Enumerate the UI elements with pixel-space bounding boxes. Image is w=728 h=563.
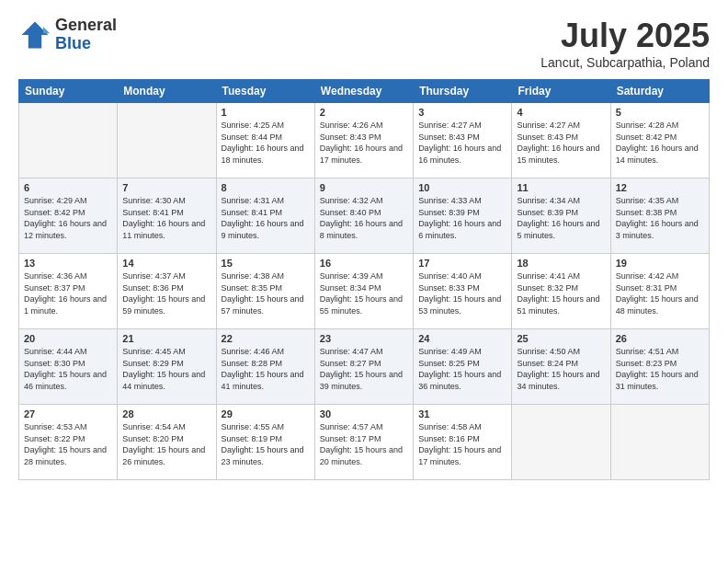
table-row: 6Sunrise: 4:29 AM Sunset: 8:42 PM Daylig… xyxy=(19,178,118,254)
table-row: 7Sunrise: 4:30 AM Sunset: 8:41 PM Daylig… xyxy=(118,178,216,254)
day-number: 5 xyxy=(616,107,704,118)
logo-general-text: General xyxy=(55,17,117,35)
table-row: 14Sunrise: 4:37 AM Sunset: 8:36 PM Dayli… xyxy=(118,254,216,329)
subtitle: Lancut, Subcarpathia, Poland xyxy=(540,55,710,70)
day-detail: Sunrise: 4:53 AM Sunset: 8:22 PM Dayligh… xyxy=(24,421,112,467)
day-number: 17 xyxy=(418,258,506,269)
page: General Blue July 2025 Lancut, Subcarpat… xyxy=(0,0,728,489)
day-number: 3 xyxy=(418,107,506,118)
table-row: 23Sunrise: 4:47 AM Sunset: 8:27 PM Dayli… xyxy=(314,329,413,405)
day-number: 24 xyxy=(418,333,506,344)
day-detail: Sunrise: 4:50 AM Sunset: 8:24 PM Dayligh… xyxy=(517,346,605,392)
day-detail: Sunrise: 4:30 AM Sunset: 8:41 PM Dayligh… xyxy=(122,195,210,241)
table-row: 2Sunrise: 4:26 AM Sunset: 8:43 PM Daylig… xyxy=(314,103,413,178)
day-detail: Sunrise: 4:28 AM Sunset: 8:42 PM Dayligh… xyxy=(616,120,704,166)
day-detail: Sunrise: 4:39 AM Sunset: 8:34 PM Dayligh… xyxy=(320,270,408,316)
day-detail: Sunrise: 4:31 AM Sunset: 8:41 PM Dayligh… xyxy=(222,195,310,241)
day-detail: Sunrise: 4:58 AM Sunset: 8:16 PM Dayligh… xyxy=(418,421,506,467)
table-row: 5Sunrise: 4:28 AM Sunset: 8:42 PM Daylig… xyxy=(610,103,709,178)
logo: General Blue xyxy=(18,17,117,53)
col-thursday: Thursday xyxy=(414,80,512,103)
logo-blue-text: Blue xyxy=(55,35,117,53)
logo-icon xyxy=(18,18,51,52)
day-detail: Sunrise: 4:57 AM Sunset: 8:17 PM Dayligh… xyxy=(320,421,408,467)
table-row: 27Sunrise: 4:53 AM Sunset: 8:22 PM Dayli… xyxy=(19,405,118,480)
table-row: 12Sunrise: 4:35 AM Sunset: 8:38 PM Dayli… xyxy=(610,178,709,254)
day-detail: Sunrise: 4:42 AM Sunset: 8:31 PM Dayligh… xyxy=(616,270,704,316)
table-row: 17Sunrise: 4:40 AM Sunset: 8:33 PM Dayli… xyxy=(414,254,512,329)
day-detail: Sunrise: 4:54 AM Sunset: 8:20 PM Dayligh… xyxy=(122,421,210,467)
table-row: 1Sunrise: 4:25 AM Sunset: 8:44 PM Daylig… xyxy=(216,103,314,178)
svg-marker-0 xyxy=(22,21,49,48)
calendar-table: Sunday Monday Tuesday Wednesday Thursday… xyxy=(18,79,710,480)
table-row: 25Sunrise: 4:50 AM Sunset: 8:24 PM Dayli… xyxy=(512,329,610,405)
day-number: 12 xyxy=(616,182,704,193)
day-detail: Sunrise: 4:46 AM Sunset: 8:28 PM Dayligh… xyxy=(222,346,310,392)
calendar-week-row: 13Sunrise: 4:36 AM Sunset: 8:37 PM Dayli… xyxy=(19,254,710,329)
day-number: 13 xyxy=(24,258,112,269)
table-row: 28Sunrise: 4:54 AM Sunset: 8:20 PM Dayli… xyxy=(118,405,216,480)
table-row: 21Sunrise: 4:45 AM Sunset: 8:29 PM Dayli… xyxy=(118,329,216,405)
table-row: 11Sunrise: 4:34 AM Sunset: 8:39 PM Dayli… xyxy=(512,178,610,254)
day-detail: Sunrise: 4:32 AM Sunset: 8:40 PM Dayligh… xyxy=(320,195,408,241)
calendar-week-row: 6Sunrise: 4:29 AM Sunset: 8:42 PM Daylig… xyxy=(19,178,710,254)
day-number: 9 xyxy=(320,182,408,193)
main-title: July 2025 xyxy=(540,17,710,55)
logo-text: General Blue xyxy=(55,17,117,53)
day-detail: Sunrise: 4:25 AM Sunset: 8:44 PM Dayligh… xyxy=(222,120,310,166)
table-row xyxy=(19,103,118,178)
calendar-week-row: 1Sunrise: 4:25 AM Sunset: 8:44 PM Daylig… xyxy=(19,103,710,178)
table-row: 19Sunrise: 4:42 AM Sunset: 8:31 PM Dayli… xyxy=(610,254,709,329)
header: General Blue July 2025 Lancut, Subcarpat… xyxy=(18,17,710,70)
day-detail: Sunrise: 4:55 AM Sunset: 8:19 PM Dayligh… xyxy=(222,421,310,467)
day-number: 20 xyxy=(24,333,112,344)
day-number: 6 xyxy=(24,182,112,193)
col-sunday: Sunday xyxy=(19,80,118,103)
day-detail: Sunrise: 4:47 AM Sunset: 8:27 PM Dayligh… xyxy=(320,346,408,392)
day-detail: Sunrise: 4:41 AM Sunset: 8:32 PM Dayligh… xyxy=(517,270,605,316)
day-detail: Sunrise: 4:51 AM Sunset: 8:23 PM Dayligh… xyxy=(616,346,704,392)
calendar-header-row: Sunday Monday Tuesday Wednesday Thursday… xyxy=(19,80,710,103)
calendar-week-row: 20Sunrise: 4:44 AM Sunset: 8:30 PM Dayli… xyxy=(19,329,710,405)
day-number: 21 xyxy=(122,333,210,344)
day-number: 1 xyxy=(222,107,310,118)
table-row: 9Sunrise: 4:32 AM Sunset: 8:40 PM Daylig… xyxy=(314,178,413,254)
table-row: 29Sunrise: 4:55 AM Sunset: 8:19 PM Dayli… xyxy=(216,405,314,480)
calendar-week-row: 27Sunrise: 4:53 AM Sunset: 8:22 PM Dayli… xyxy=(19,405,710,480)
col-monday: Monday xyxy=(118,80,216,103)
day-detail: Sunrise: 4:34 AM Sunset: 8:39 PM Dayligh… xyxy=(517,195,605,241)
table-row: 16Sunrise: 4:39 AM Sunset: 8:34 PM Dayli… xyxy=(314,254,413,329)
day-detail: Sunrise: 4:45 AM Sunset: 8:29 PM Dayligh… xyxy=(122,346,210,392)
table-row: 26Sunrise: 4:51 AM Sunset: 8:23 PM Dayli… xyxy=(610,329,709,405)
table-row: 18Sunrise: 4:41 AM Sunset: 8:32 PM Dayli… xyxy=(512,254,610,329)
day-detail: Sunrise: 4:26 AM Sunset: 8:43 PM Dayligh… xyxy=(320,120,408,166)
table-row xyxy=(512,405,610,480)
day-detail: Sunrise: 4:35 AM Sunset: 8:38 PM Dayligh… xyxy=(616,195,704,241)
day-number: 2 xyxy=(320,107,408,118)
day-number: 11 xyxy=(517,182,605,193)
table-row: 10Sunrise: 4:33 AM Sunset: 8:39 PM Dayli… xyxy=(414,178,512,254)
day-number: 18 xyxy=(517,258,605,269)
day-detail: Sunrise: 4:44 AM Sunset: 8:30 PM Dayligh… xyxy=(24,346,112,392)
day-detail: Sunrise: 4:40 AM Sunset: 8:33 PM Dayligh… xyxy=(418,270,506,316)
day-number: 25 xyxy=(517,333,605,344)
day-detail: Sunrise: 4:29 AM Sunset: 8:42 PM Dayligh… xyxy=(24,195,112,241)
day-number: 10 xyxy=(418,182,506,193)
day-detail: Sunrise: 4:37 AM Sunset: 8:36 PM Dayligh… xyxy=(122,270,210,316)
table-row: 13Sunrise: 4:36 AM Sunset: 8:37 PM Dayli… xyxy=(19,254,118,329)
table-row xyxy=(118,103,216,178)
day-number: 30 xyxy=(320,408,408,419)
day-number: 31 xyxy=(418,408,506,419)
day-number: 8 xyxy=(222,182,310,193)
day-detail: Sunrise: 4:27 AM Sunset: 8:43 PM Dayligh… xyxy=(418,120,506,166)
day-number: 27 xyxy=(24,408,112,419)
table-row: 30Sunrise: 4:57 AM Sunset: 8:17 PM Dayli… xyxy=(314,405,413,480)
col-saturday: Saturday xyxy=(610,80,709,103)
day-number: 23 xyxy=(320,333,408,344)
col-tuesday: Tuesday xyxy=(216,80,314,103)
col-friday: Friday xyxy=(512,80,610,103)
day-detail: Sunrise: 4:36 AM Sunset: 8:37 PM Dayligh… xyxy=(24,270,112,316)
table-row: 24Sunrise: 4:49 AM Sunset: 8:25 PM Dayli… xyxy=(414,329,512,405)
day-number: 22 xyxy=(222,333,310,344)
title-block: July 2025 Lancut, Subcarpathia, Poland xyxy=(540,17,710,70)
